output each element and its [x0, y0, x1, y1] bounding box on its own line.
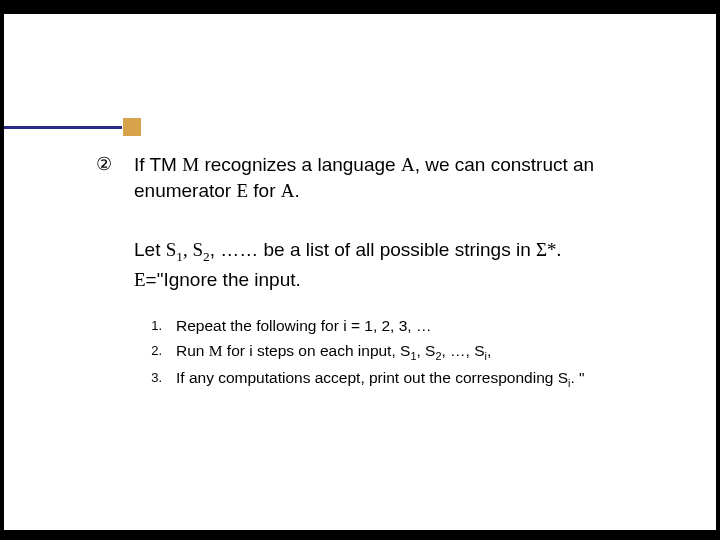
- setup-s2: S: [192, 239, 203, 260]
- step-text-3: If any computations accept, print out th…: [176, 367, 686, 392]
- t2b: for i steps on each input, S: [223, 342, 411, 359]
- step-1: 1. Repeat the following for i = 1, 2, 3,…: [134, 315, 686, 337]
- txt-p1: If TM: [134, 154, 182, 175]
- setup-text: Let S1, S2, …… be a list of all possible…: [134, 237, 686, 293]
- step-text-2: Run M for i steps on each input, S1, S2,…: [176, 340, 686, 365]
- txt-p2: recognizes a language: [199, 154, 401, 175]
- txt-a2: A: [281, 180, 295, 201]
- t3a: If any computations accept, print out th…: [176, 369, 568, 386]
- setup-sub2: 2: [203, 249, 210, 264]
- accent-block: [123, 118, 141, 136]
- txt-p5: .: [295, 180, 300, 201]
- main-statement: ② If TM M recognizes a language A, we ca…: [96, 152, 686, 203]
- setup-comma1: ,: [183, 239, 193, 260]
- setup-p2: , …… be a list of all possible strings i…: [210, 239, 536, 260]
- txt-m: M: [182, 154, 199, 175]
- txt-a1: A: [401, 154, 415, 175]
- txt-e: E: [236, 180, 248, 201]
- setup-star: *.: [547, 239, 561, 260]
- step-num-2: 2.: [134, 340, 162, 361]
- step-num-1: 1.: [134, 315, 162, 336]
- t3b: . ": [570, 369, 584, 386]
- setup-p1: Let: [134, 239, 166, 260]
- step-3: 3. If any computations accept, print out…: [134, 367, 686, 392]
- setup-l2rest: ="Ignore the input.: [146, 269, 301, 290]
- content-area: ② If TM M recognizes a language A, we ca…: [96, 152, 686, 393]
- t2d: , …, S: [441, 342, 484, 359]
- setup-s1: S: [166, 239, 177, 260]
- setup-sub1: 1: [176, 249, 183, 264]
- step-text-1: Repeat the following for i = 1, 2, 3, …: [176, 315, 686, 337]
- steps-list: 1. Repeat the following for i = 1, 2, 3,…: [134, 315, 686, 391]
- t2a: Run: [176, 342, 209, 359]
- t2m: M: [209, 342, 223, 359]
- setup-e: E: [134, 269, 146, 290]
- accent-line: [4, 126, 122, 129]
- t2c: , S: [416, 342, 435, 359]
- statement-text: If TM M recognizes a language A, we can …: [134, 152, 686, 203]
- step-num-3: 3.: [134, 367, 162, 388]
- txt-p4: for: [248, 180, 281, 201]
- setup-sigma: Σ: [536, 239, 547, 260]
- t2e: ,: [487, 342, 491, 359]
- point-number: ②: [96, 152, 120, 176]
- step-2: 2. Run M for i steps on each input, S1, …: [134, 340, 686, 365]
- slide: ② If TM M recognizes a language A, we ca…: [4, 14, 716, 530]
